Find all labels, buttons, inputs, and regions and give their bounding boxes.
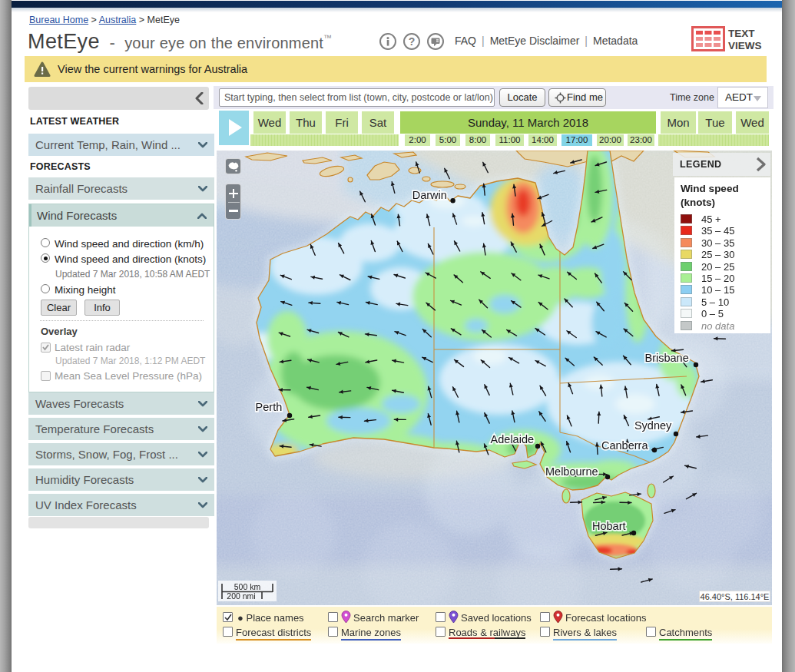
svg-text:500 km: 500 km: [234, 582, 261, 591]
svg-text:Hobart: Hobart: [592, 520, 626, 532]
svg-text:Perth: Perth: [256, 401, 283, 413]
svg-text:Brisbane: Brisbane: [645, 352, 689, 364]
svg-text:Darwin: Darwin: [412, 189, 447, 201]
svg-text:Sydney: Sydney: [634, 419, 672, 432]
svg-text:Canberra: Canberra: [601, 439, 648, 452]
svg-text:?: ?: [409, 35, 416, 48]
svg-text:Adelaide: Adelaide: [491, 433, 534, 445]
svg-text:Melbourne: Melbourne: [545, 465, 598, 478]
svg-text:200 nmi: 200 nmi: [227, 591, 255, 601]
